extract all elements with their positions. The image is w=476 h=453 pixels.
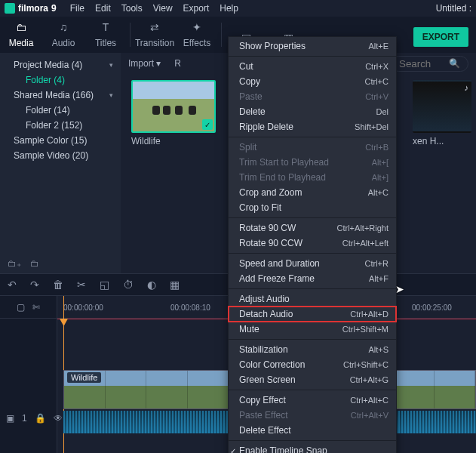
menu-item-delete[interactable]: DeleteDel	[229, 104, 396, 119]
menu-item-rotate-90-cw[interactable]: Rotate 90 CWCtrl+Alt+Right	[229, 220, 396, 236]
menu-view[interactable]: View	[153, 3, 173, 14]
tab-transition[interactable]: ⇄Transition	[134, 21, 176, 53]
menu-separator	[229, 339, 396, 340]
tab-effects[interactable]: ✦Effects	[176, 21, 218, 53]
menu-item-detach-audio[interactable]: Detach AudioCtrl+Alt+D	[229, 307, 396, 322]
tree-folder[interactable]: Folder (14)	[0, 103, 121, 118]
menu-item-trim-start-to-playhead: Trim Start to PlayheadAlt+[	[229, 155, 396, 170]
menu-item-label: Paste	[239, 91, 263, 102]
menu-shortcut: Ctrl+V	[365, 92, 388, 101]
menu-item-color-correction[interactable]: Color CorrectionCtrl+Shift+C	[229, 357, 396, 372]
menu-item-delete-effect[interactable]: Delete Effect	[229, 423, 396, 438]
menu-item-label: Green Screen	[239, 374, 296, 385]
track-headers: ▢ ✄ ▣ 1 🔒 👁	[0, 296, 57, 453]
menu-item-label: Copy Effect	[239, 395, 286, 405]
menu-export[interactable]: Export	[183, 3, 210, 14]
menu-edit[interactable]: Edit	[95, 3, 111, 14]
snap-icon[interactable]: ▢	[17, 302, 25, 313]
menu-item-green-screen[interactable]: Green ScreenCtrl+Alt+G	[229, 372, 396, 387]
search-box[interactable]: 🔍	[391, 56, 468, 72]
menu-item-copy[interactable]: CopyCtrl+C	[229, 74, 396, 89]
new-folder-icon[interactable]: 🗀₊	[8, 258, 21, 269]
tree-project-media[interactable]: Project Media (4)▾	[0, 57, 121, 72]
greenscreen-icon[interactable]: ▦	[170, 279, 180, 291]
thumb-image: ♪	[413, 80, 471, 133]
delete-icon[interactable]: 🗑	[53, 279, 63, 291]
search-input[interactable]	[399, 58, 444, 69]
record-dropdown[interactable]: R	[174, 58, 181, 69]
menu-item-speed-and-duration[interactable]: Speed and DurationCtrl+R	[229, 256, 396, 271]
menu-shortcut: Ctrl+Alt+G	[350, 375, 388, 384]
tab-titles[interactable]: TTitles	[84, 21, 127, 53]
menu-item-label: Rotate 90 CW	[239, 223, 296, 233]
menu-tools[interactable]: Tools	[121, 3, 143, 14]
app-name: filmora	[18, 3, 48, 14]
menu-shortcut: Ctrl+R	[365, 259, 388, 268]
menu-item-crop-and-zoom[interactable]: Crop and ZoomAlt+C	[229, 185, 396, 200]
menu-item-label: Show Properties	[239, 41, 306, 51]
logo-mark-icon	[5, 3, 15, 14]
menu-item-rotate-90-ccw[interactable]: Rotate 90 CCWCtrl+Alt+Left	[229, 236, 396, 251]
menu-help[interactable]: Help	[220, 3, 238, 14]
menu-item-label: Ripple Delete	[239, 122, 293, 132]
titlebar: filmora9 File Edit Tools View Export Hel…	[0, 0, 476, 17]
menu-shortcut: Ctrl+Alt+D	[350, 310, 388, 319]
tab-media[interactable]: 🗀Media	[0, 21, 42, 53]
ruler-tick: 00:00:08:10	[170, 304, 210, 312]
menu-item-copy-effect[interactable]: Copy EffectCtrl+Alt+C	[229, 393, 396, 408]
menu-file[interactable]: File	[70, 3, 84, 14]
menu-item-label: Adjust Audio	[239, 294, 290, 304]
tree-sample-video[interactable]: Sample Video (20)	[0, 148, 121, 163]
menu-item-label: Crop and Zoom	[239, 187, 302, 198]
menu-item-adjust-audio[interactable]: Adjust Audio	[229, 291, 396, 307]
import-dropdown[interactable]: Import ▾	[128, 58, 161, 69]
lock-icon[interactable]: 🔒	[35, 413, 46, 424]
tree-folder[interactable]: Folder 2 (152)	[0, 118, 121, 133]
thumb-caption: xen H...	[413, 136, 471, 146]
menu-item-mute[interactable]: MuteCtrl+Shift+M	[229, 322, 396, 337]
menu-separator	[229, 137, 396, 137]
chevron-down-icon: ▾	[109, 61, 113, 69]
delete-folder-icon[interactable]: 🗀	[30, 258, 39, 269]
transition-icon: ⇄	[134, 21, 176, 35]
menu-item-show-properties[interactable]: Show PropertiesAlt+E	[229, 39, 396, 54]
menu-item-add-freeze-frame[interactable]: Add Freeze FrameAlt+F	[229, 271, 396, 286]
thumb-wildlife[interactable]: Wildlife	[131, 80, 216, 146]
search-icon[interactable]: 🔍	[449, 58, 460, 69]
menu-item-ripple-delete[interactable]: Ripple DeleteShift+Del	[229, 119, 396, 134]
menu-separator	[229, 440, 396, 441]
menu-shortcut: Ctrl+X	[365, 62, 388, 71]
media-tree: Project Media (4)▾ Folder (4) Shared Med…	[0, 53, 121, 273]
tree-label: Folder (4)	[26, 75, 65, 85]
menu-item-label: Split	[239, 142, 256, 153]
menu-item-stabilization[interactable]: StabilizationAlt+S	[229, 342, 396, 357]
menu-shortcut: Alt+S	[368, 345, 388, 354]
menu-shortcut: Ctrl+Alt+Left	[342, 239, 388, 248]
split-icon[interactable]: ✂	[77, 279, 86, 291]
sidebar-footer: 🗀₊ 🗀	[0, 258, 121, 269]
menu-item-enable-timeline-snap[interactable]: ✓Enable Timeline Snap	[229, 443, 396, 453]
thumb-sleep[interactable]: ♪ xen H...	[413, 80, 471, 146]
menu-item-label: Crop to Fit	[239, 202, 281, 213]
color-icon[interactable]: ◐	[147, 279, 156, 291]
tree-label: Shared Media (166)	[14, 90, 94, 100]
music-badge-icon: ♪	[465, 83, 469, 92]
undo-icon[interactable]: ↶	[8, 279, 17, 291]
tree-sample-color[interactable]: Sample Color (15)	[0, 133, 121, 148]
menu-shortcut: Ctrl+Alt+V	[351, 411, 388, 420]
menu-item-crop-to-fit[interactable]: Crop to Fit	[229, 200, 396, 215]
redo-icon[interactable]: ↷	[30, 279, 39, 291]
tree-shared-media[interactable]: Shared Media (166)▾	[0, 88, 121, 103]
export-button[interactable]: EXPORT	[413, 27, 468, 47]
menu-item-cut[interactable]: CutCtrl+X	[229, 59, 396, 74]
menu-shortcut: Alt+[	[372, 158, 388, 167]
tree-folder-selected[interactable]: Folder (4)	[0, 72, 121, 88]
speed-icon[interactable]: ⏱	[123, 279, 134, 291]
tab-audio[interactable]: ♫Audio	[42, 21, 84, 53]
menu-separator	[229, 56, 396, 57]
marker-icon[interactable]: ✄	[32, 302, 40, 313]
crop-icon[interactable]: ◱	[100, 279, 109, 291]
menu-item-label: Speed and Duration	[239, 258, 320, 269]
track-type-icon[interactable]: ▣	[6, 413, 14, 424]
menu-separator	[229, 253, 396, 254]
